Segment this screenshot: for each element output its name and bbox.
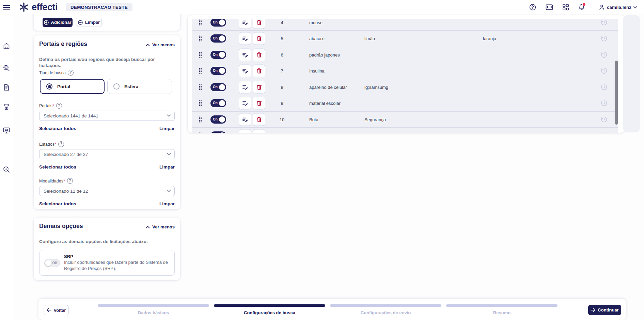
- history-icon[interactable]: [600, 99, 608, 107]
- wizard-step[interactable]: Dados básicos: [98, 304, 209, 315]
- estados-select[interactable]: Selecionado 27 de 27: [39, 149, 175, 159]
- modalidades-select-all-link[interactable]: Selecionar todos: [39, 201, 76, 206]
- drag-handle-icon[interactable]: [198, 19, 202, 26]
- keywords-table: On 4 mouse: [192, 19, 618, 133]
- sidebar-item-awards[interactable]: [2, 103, 11, 111]
- step-progress-bar: [214, 304, 325, 307]
- drag-handle-icon[interactable]: [198, 51, 202, 58]
- delete-keyword-button[interactable]: [253, 81, 265, 93]
- help-icon[interactable]: ?: [68, 70, 74, 76]
- portais-clear-link[interactable]: Limpar: [159, 126, 175, 131]
- table-scrollbar-thumb[interactable]: [615, 61, 618, 125]
- portals-collapse-link[interactable]: Ver menos: [146, 42, 175, 47]
- options-collapse-link[interactable]: Ver menos: [146, 224, 175, 229]
- help-icon[interactable]: [528, 3, 537, 12]
- history-icon[interactable]: [600, 51, 608, 59]
- add-keyword-button[interactable]: Adicionar: [43, 18, 73, 27]
- keyword-order: 4: [275, 20, 289, 25]
- sidebar-item-search-monitor[interactable]: [2, 64, 11, 72]
- search-type-option-portal[interactable]: Portal: [40, 79, 105, 94]
- delete-keyword-button[interactable]: [253, 97, 265, 110]
- continue-button[interactable]: Continuar: [588, 305, 621, 315]
- history-icon[interactable]: [600, 19, 608, 27]
- edit-keyword-button[interactable]: [239, 97, 251, 110]
- modalidades-clear-link[interactable]: Limpar: [159, 201, 175, 206]
- delete-keyword-button[interactable]: [253, 129, 265, 133]
- help-icon[interactable]: ?: [67, 178, 73, 184]
- clear-keywords-button[interactable]: Limpar: [76, 18, 102, 27]
- portais-select[interactable]: Selecionado 1441 de 1441: [39, 111, 175, 121]
- keyword-text-3: laranja: [483, 36, 496, 41]
- drag-handle-icon[interactable]: [198, 100, 202, 107]
- trash-icon: [256, 51, 262, 58]
- drag-handle-icon[interactable]: [198, 67, 202, 74]
- toggle-knob: [219, 84, 225, 90]
- drag-handle-icon[interactable]: [198, 116, 202, 123]
- delete-keyword-button[interactable]: [253, 113, 265, 126]
- modalidades-select[interactable]: Selecionado 12 de 12: [39, 186, 175, 196]
- keyword-enabled-toggle[interactable]: On: [210, 51, 226, 59]
- keyword-enabled-toggle[interactable]: On: [210, 67, 226, 75]
- drag-handle-icon[interactable]: [198, 132, 202, 133]
- drag-handle-icon[interactable]: [198, 35, 202, 42]
- keyword-enabled-toggle[interactable]: On: [210, 115, 226, 124]
- modalidades-select-value: Selecionado 12 de 12: [44, 189, 88, 194]
- esfera-option-label: Esfera: [124, 84, 138, 89]
- estados-select-all-link[interactable]: Selecionar todos: [39, 164, 76, 170]
- delete-keyword-button[interactable]: [253, 19, 265, 29]
- sidebar-item-home[interactable]: [2, 42, 11, 50]
- eraser-icon: [78, 20, 83, 25]
- edit-keyword-button[interactable]: [239, 113, 251, 126]
- wizard-step[interactable]: Configurações de envio: [330, 304, 441, 315]
- keyword-enabled-toggle[interactable]: On: [210, 19, 226, 27]
- user-menu[interactable]: camila.lenz: [599, 3, 637, 12]
- srp-toggle[interactable]: Off: [44, 259, 60, 267]
- edit-keyword-button[interactable]: [239, 81, 251, 93]
- keyword-text-1: mouse: [309, 20, 323, 25]
- history-icon[interactable]: [600, 83, 608, 91]
- panel-switch-icon[interactable]: [545, 3, 554, 12]
- keyword-order: 9: [275, 101, 289, 106]
- sidebar-item-search-analytics[interactable]: [2, 165, 11, 174]
- keyword-enabled-toggle[interactable]: On: [210, 83, 226, 91]
- chevron-down-icon: [167, 190, 171, 192]
- wizard-step[interactable]: Configurações de busca: [214, 304, 325, 315]
- history-icon[interactable]: [600, 67, 608, 75]
- drag-handle-icon[interactable]: [198, 84, 202, 91]
- edit-keyword-button[interactable]: [239, 32, 251, 45]
- edit-keyword-button[interactable]: [239, 65, 251, 77]
- delete-keyword-button[interactable]: [253, 65, 265, 77]
- apps-grid-icon[interactable]: [561, 3, 570, 12]
- back-button[interactable]: Voltar: [44, 305, 69, 315]
- keyword-enabled-toggle[interactable]: On: [210, 99, 226, 107]
- keyword-text-1: Insulina: [309, 68, 325, 74]
- keywords-table-card: On 4 mouse: [188, 15, 625, 133]
- portais-select-all-link[interactable]: Selecionar todos: [39, 126, 76, 131]
- sidebar-item-monitoring[interactable]: [2, 126, 11, 134]
- toggle-knob: [219, 100, 225, 106]
- history-icon[interactable]: [600, 115, 608, 124]
- help-icon[interactable]: ?: [58, 141, 64, 147]
- toggle-knob: [219, 52, 225, 58]
- keyword-enabled-toggle[interactable]: On: [210, 34, 226, 43]
- history-icon[interactable]: [600, 34, 608, 43]
- edit-keyword-button[interactable]: [239, 19, 251, 29]
- brand-logo[interactable]: effecti: [18, 2, 58, 13]
- search-type-option-esfera[interactable]: Esfera: [107, 79, 172, 94]
- edit-keyword-button[interactable]: [239, 48, 251, 61]
- notifications-bell-icon[interactable]: [577, 3, 586, 12]
- edit-keyword-button[interactable]: [239, 129, 251, 133]
- help-icon[interactable]: ?: [56, 103, 62, 109]
- brand-wordmark: effecti: [32, 2, 58, 13]
- estados-clear-link[interactable]: Limpar: [159, 164, 175, 170]
- keyword-row: On 4 mouse: [192, 19, 618, 31]
- history-icon[interactable]: [600, 131, 608, 133]
- keyword-enabled-toggle[interactable]: On: [210, 131, 226, 133]
- sidebar-item-documents[interactable]: [2, 83, 11, 92]
- user-name: camila.lenz: [607, 5, 631, 10]
- delete-keyword-button[interactable]: [253, 32, 265, 45]
- portals-description: Defina os portais e/ou regiões que desej…: [39, 57, 175, 69]
- delete-keyword-button[interactable]: [253, 48, 265, 61]
- menu-icon[interactable]: [3, 4, 10, 11]
- wizard-step[interactable]: Resumo: [446, 304, 557, 315]
